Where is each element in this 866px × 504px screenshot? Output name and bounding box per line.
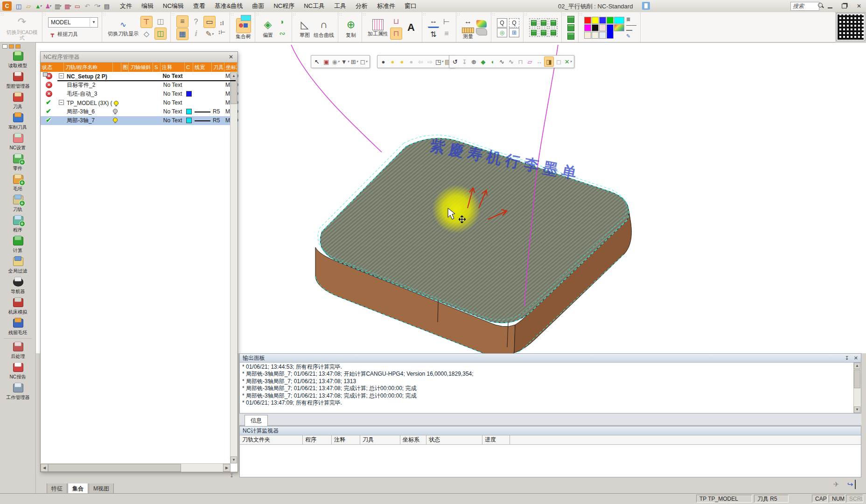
sketch-icon[interactable]: ◺ [298,18,312,32]
scroll-left-icon[interactable]: ◀ [41,464,48,472]
pick-volume-icon[interactable]: ▣ [322,57,331,66]
measure-label[interactable]: 测量 [463,34,473,39]
cyan-swatch-icon[interactable] [241,15,251,21]
view-left-icon[interactable] [529,28,538,37]
measure-ruler-icon[interactable] [462,28,474,33]
sidebar-item-toolpath[interactable]: + 刀轨 [0,193,35,214]
vertical-dim-icon[interactable]: ↕I [217,19,226,28]
toolpath-display-icon[interactable]: ◨ [544,56,554,67]
app-logo-icon[interactable]: C [2,1,12,11]
sidebar-item-nc-setup[interactable]: NC设置 [0,132,35,152]
expand-toggle[interactable]: − [59,73,64,78]
sidebar-item-part[interactable]: + 零件 [0,152,35,173]
menu-item[interactable]: 基准&曲线 [210,0,248,12]
column-header[interactable] [113,63,121,72]
draft-surface-icon[interactable] [476,28,487,35]
copy-axis-icon[interactable]: ⊕ [344,18,358,32]
menu-item[interactable]: 工具 [329,0,351,12]
table-row[interactable]: 局部-3轴_7 No Text R5 MOD [41,116,237,125]
open-folder-icon[interactable]: ▱ [24,1,33,11]
machining-attr-label[interactable]: 加工属性 [368,31,388,36]
zoom-box-icon[interactable]: Q [509,18,519,28]
panel-title-bar[interactable]: NC程序管理器 ✕ [41,52,237,63]
program-list-icon[interactable]: ≡ [176,15,189,28]
light-on-icon[interactable]: ● [388,57,397,66]
tool-bulb-icon[interactable]: ⊤ [140,16,153,28]
model-select[interactable]: MODEL▼ [48,17,98,28]
window-layout-icon[interactable]: ▭ [203,16,216,28]
vertical-scrollbar[interactable]: ▲ ▼ [230,72,237,463]
sidebar-item-stock[interactable]: + 毛坯 [0,173,35,193]
color-swatch[interactable] [584,24,591,31]
search-icon[interactable] [817,2,824,9]
note-lines-icon[interactable]: ≡ [441,28,452,39]
sidebar-item-calculate[interactable]: 计算 [0,234,35,255]
scroll-down-icon[interactable]: ▼ [854,406,860,413]
scroll-up-icon[interactable]: ▲ [230,72,237,79]
column-header[interactable]: 注释 [161,63,185,72]
column-header[interactable]: C [185,63,193,72]
menu-item[interactable]: NC工具 [299,0,329,12]
line-dash-icon[interactable]: ┅┅ [626,28,636,33]
overlap-circles-icon[interactable]: ◎ [497,28,507,37]
hidden-cube-icon[interactable] [567,33,574,40]
sidebar-item-tools[interactable]: 刀具 [0,91,35,111]
color-swatch[interactable] [607,17,614,24]
sidebar-item-navigator[interactable]: 导航器 [0,275,35,296]
selection-filter-icon[interactable]: ▼▾ [341,57,349,66]
fly-through-icon[interactable]: ✈ [831,480,841,489]
analysis-surface-icon[interactable] [476,20,487,28]
show-surface-icon[interactable]: ◖ [488,57,497,66]
close-doc-icon[interactable]: ▭ [73,1,82,11]
column-header[interactable]: S [153,63,161,72]
undo-icon[interactable]: ↶ [83,1,92,11]
scroll-right-icon[interactable]: ▶ [223,464,230,472]
text-tool-icon[interactable]: A [404,21,418,35]
menu-item[interactable]: 分析 [351,0,372,12]
view-top-icon[interactable] [529,18,538,27]
menu-item[interactable]: 曲面 [247,0,269,12]
color-swatch[interactable] [592,17,599,24]
coord-display-icon[interactable]: ✕▾ [564,57,573,66]
skew-display-icon[interactable]: ◇ [141,28,152,40]
list-view-icon[interactable]: ▤ [102,1,112,11]
menu-item[interactable]: 编辑 [137,0,158,12]
table-row[interactable]: − TP_MODEL (3X) ( No Text MOD [41,98,237,107]
column-header[interactable]: 图 [121,63,129,72]
rotate-tool-icon[interactable]: ◉▾ [331,57,340,66]
sidebar-item-cavity-manager[interactable]: 型腔管理器 [0,70,35,91]
axis-icon[interactable]: ⊕ [469,57,478,66]
column-header[interactable]: 刀轨文件夹 [240,435,303,444]
offset-label[interactable]: 偏置 [263,32,273,38]
prev-arrow-icon[interactable]: ⇦ [416,57,425,66]
view-front-icon[interactable] [539,18,548,27]
import-icon[interactable]: ♟▾ [43,1,53,11]
linear-dim-icon[interactable]: ↔ [428,15,439,28]
curve2-icon[interactable]: ∿ [507,57,516,66]
curve-icon[interactable]: ∿ [497,57,506,66]
offset-icon[interactable]: ◈ [261,18,275,32]
by-tool-icon[interactable]: ┳ [48,30,56,38]
light-dim-icon[interactable]: ● [407,57,416,66]
color-swatch[interactable] [599,24,606,31]
window-hh-icon[interactable]: ▥▾ [53,1,63,11]
machining-attr-icon[interactable] [372,19,384,30]
shade-cube-icon[interactable] [567,16,574,23]
search-input[interactable]: 搜索 [790,2,819,11]
view-cube-icon[interactable]: ◳▾ [435,57,444,66]
sidebar-item-post-process[interactable]: 后处理 [0,340,35,361]
monitor-header[interactable]: NC计算监视器 [240,427,861,435]
surface-flip-icon[interactable]: ◗ [277,16,288,28]
column-header[interactable]: 注释 [332,435,360,444]
active-color-swatch[interactable] [607,24,614,39]
menu-item[interactable]: 标准件 [372,0,400,12]
exit-app-icon[interactable]: ↪ [845,480,856,489]
column-header[interactable]: 线宽 [193,63,212,72]
color-swatch[interactable] [584,17,591,24]
gray-cube-icon[interactable]: ◫ [155,16,166,27]
column-header[interactable]: 状态 [426,435,482,444]
by-tool-label[interactable]: 根据刀具 [57,31,78,37]
pick-add-icon[interactable]: ⊞▾ [350,57,359,66]
sidebar-item-work-manager[interactable]: 工作管理器 [0,381,35,402]
pale-swatch-2[interactable] [592,32,599,39]
